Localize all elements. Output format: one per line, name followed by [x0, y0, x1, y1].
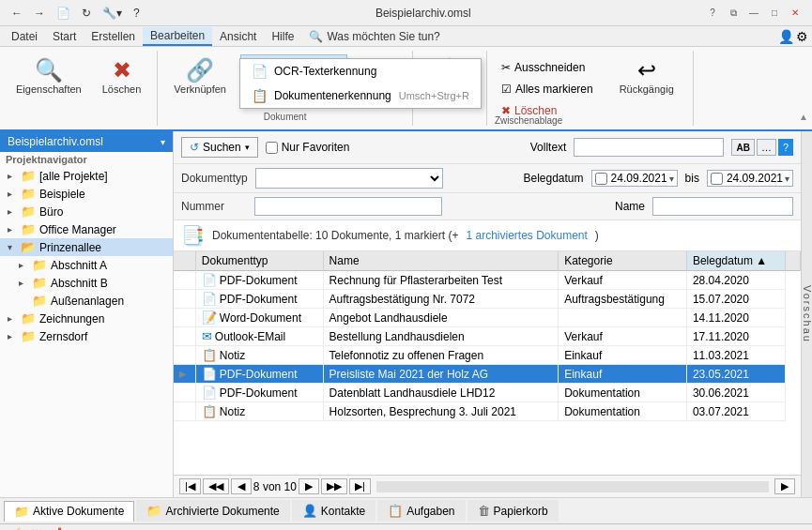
sidebar-item-abschnitt-b[interactable]: ▸ 📁 Abschnitt B: [0, 274, 173, 292]
sidebar-item-office-manager[interactable]: ▸ 📁 Office Manager: [0, 220, 173, 238]
doku-erkennung-item[interactable]: 📋 Dokumentenerkennung Umsch+Strg+R: [240, 83, 481, 108]
sidebar-item-buero[interactable]: ▸ 📁 Büro: [0, 203, 173, 220]
nummer-input[interactable]: [254, 197, 442, 216]
col-cat-header[interactable]: Kategorie: [559, 251, 687, 271]
row-kategorie: Verkauf: [559, 271, 687, 290]
date-to-checkbox[interactable]: [711, 173, 723, 185]
document-table-container: Dokumenttyp Name Kategorie Belegdatum ▲ …: [174, 251, 801, 475]
minimize-button[interactable]: —: [744, 4, 763, 23]
date-to-field[interactable]: 24.09.2021 ▾: [707, 170, 793, 187]
eigenschaften-label: Eigenschaften: [16, 83, 82, 95]
maximize-button[interactable]: □: [765, 4, 784, 23]
page-back-button[interactable]: ◀: [231, 478, 252, 494]
file-button[interactable]: 📄: [53, 5, 74, 22]
loeschen-button[interactable]: ✖ Löschen: [94, 54, 150, 99]
page-fwd-button[interactable]: ▶: [299, 478, 319, 494]
preview-panel[interactable]: Vorschau: [801, 131, 812, 497]
tile-icon[interactable]: ⧉: [724, 4, 743, 23]
menu-ansicht[interactable]: Ansicht: [212, 28, 264, 45]
sidebar-buero-label: Büro: [39, 205, 63, 219]
tab-aufgaben[interactable]: 📋 Aufgaben: [377, 500, 465, 522]
table-row[interactable]: 📋Notiz Telefonnotiz zu offenen Fragen Ei…: [174, 346, 801, 365]
table-row[interactable]: ✉Outlook-EMail Bestellung Landhausdielen…: [174, 327, 801, 346]
col-date-header[interactable]: Belegdatum ▲: [686, 251, 785, 271]
back-button[interactable]: ←: [8, 5, 26, 22]
menu-start[interactable]: Start: [45, 28, 84, 45]
table-row[interactable]: 📄PDF-Dokument Datenblatt Landhausdiele L…: [174, 384, 801, 402]
tab-papierkorb[interactable]: 🗑 Papierkorb: [467, 500, 559, 522]
volltext-dots-button[interactable]: …: [757, 139, 776, 156]
expand-zern-icon: ▸: [8, 331, 19, 341]
nummer-label: Nummer: [181, 200, 247, 213]
help-icon[interactable]: ?: [703, 4, 722, 23]
eigenschaften-button[interactable]: 🔍 Eigenschaften: [8, 54, 90, 99]
type-icon: 📝: [202, 310, 217, 325]
tab-kontakte[interactable]: 👤 Kontakte: [292, 500, 375, 522]
search-bar: ↺ Suchen ▾ Nur Favoriten Volltext AB … ?: [174, 131, 801, 164]
eigenschaften-icon: 🔍: [35, 59, 63, 82]
rueckgaengig-button[interactable]: ↩ Rückgängig: [611, 54, 682, 99]
page-first-button[interactable]: |◀: [179, 478, 201, 494]
folder-zeich-icon: 📁: [21, 311, 36, 326]
forward-button[interactable]: →: [30, 5, 49, 22]
volltext-help-button[interactable]: ?: [778, 139, 793, 156]
page-prev-button[interactable]: ◀◀: [203, 478, 229, 494]
sidebar-item-abschnitt-a[interactable]: ▸ 📁 Abschnitt A: [0, 256, 173, 274]
menu-erstellen[interactable]: Erstellen: [84, 28, 143, 45]
horizontal-scrollbar[interactable]: [376, 481, 769, 492]
row-name: Auftragsbestätigung Nr. 7072: [323, 290, 559, 309]
close-button[interactable]: ✕: [786, 4, 804, 23]
folder-aa-icon: 📁: [32, 258, 47, 272]
tab-aktive[interactable]: 📁 Aktive Dokumente: [4, 501, 134, 522]
menu-datei[interactable]: Datei: [4, 28, 45, 45]
sidebar-item-aussenanlagen[interactable]: 📁 Außenanlagen: [0, 292, 173, 310]
search-button[interactable]: ↺ Suchen ▾: [181, 137, 258, 158]
settings-icon[interactable]: ⚙: [796, 29, 808, 44]
ribbon-collapse-arrow[interactable]: ▲: [799, 112, 808, 122]
volltext-input[interactable]: [574, 138, 724, 157]
dokumenttyp-select[interactable]: PDF-Dokument Word-Dokument Notiz Outlook…: [255, 168, 443, 189]
page-last-button[interactable]: ▶▶: [321, 478, 347, 494]
table-row[interactable]: 📄PDF-Dokument Rechnung für Pflasterarbei…: [174, 271, 801, 290]
ausschneiden-button[interactable]: ✂ Ausschneiden: [495, 58, 600, 77]
sidebar-item-prinzenallee[interactable]: ▾ 📂 Prinzenallee: [0, 238, 173, 256]
ribbon-group-1-buttons: 🔍 Eigenschaften ✖ Löschen: [8, 54, 149, 120]
date-from-arrow[interactable]: ▾: [669, 174, 674, 184]
sidebar-item-alle[interactable]: ▸ 📁 [alle Projekte]: [0, 167, 173, 185]
date-from-checkbox[interactable]: [595, 173, 607, 185]
menu-hilfe[interactable]: Hilfe: [264, 28, 301, 45]
table-row[interactable]: 📋Notiz Holzsorten, Besprechung 3. Juli 2…: [174, 402, 801, 421]
help-button[interactable]: ?: [130, 5, 144, 22]
col-type-header[interactable]: Dokumenttyp: [195, 251, 323, 271]
table-row[interactable]: 📄PDF-Dokument Auftragsbestätigung Nr. 70…: [174, 290, 801, 309]
row-belegdatum: 03.07.2021: [686, 402, 785, 421]
user-icon[interactable]: 👤: [778, 29, 794, 44]
sidebar-item-beispiele[interactable]: ▸ 📁 Beispiele: [0, 185, 173, 203]
scroll-right-button[interactable]: ▶: [774, 478, 795, 494]
sidebar-item-zernsdorf[interactable]: ▸ 📁 Zernsdorf: [0, 327, 173, 345]
fav-checkbox-label[interactable]: Nur Favoriten: [266, 141, 350, 154]
page-num: 8 von 10: [253, 480, 297, 493]
verknuepfen-button[interactable]: 🔗 Verknüpfen: [165, 54, 235, 99]
row-type: 📝Word-Dokument: [195, 309, 323, 327]
volltext-ab-button[interactable]: AB: [731, 139, 754, 156]
ocr-item[interactable]: 📄 OCR-Texterkennung: [240, 59, 481, 83]
date-to-arrow[interactable]: ▾: [785, 174, 789, 184]
date-from-field[interactable]: 24.09.2021 ▾: [591, 170, 678, 187]
tools-button[interactable]: 🔧▾: [99, 5, 126, 22]
fav-label: Nur Favoriten: [282, 141, 350, 154]
table-row[interactable]: 📝Word-Dokument Angebot Landhausdiele 14.…: [174, 309, 801, 327]
menu-bearbeiten[interactable]: Bearbeiten: [143, 27, 212, 46]
refresh-button[interactable]: ↻: [78, 5, 95, 22]
tab-archivierte[interactable]: 📁 Archivierte Dokumente: [136, 500, 289, 522]
archive-link[interactable]: 1 archiviertes Dokument: [466, 229, 587, 242]
fav-checkbox[interactable]: [266, 142, 278, 154]
col-name-header[interactable]: Name: [323, 251, 559, 271]
sidebar-header[interactable]: Beispielarchiv.omsl ▾: [0, 131, 173, 152]
alles-markieren-button[interactable]: ☑ Alles markieren: [495, 80, 600, 98]
sidebar-item-zeichnungen[interactable]: ▸ 📁 Zeichnungen: [0, 310, 173, 327]
name-input[interactable]: [652, 197, 793, 216]
page-end-button[interactable]: ▶|: [349, 478, 371, 494]
page-current: 8: [253, 480, 263, 493]
table-row[interactable]: ▶ 📄PDF-Dokument Preisliste Mai 2021 der …: [174, 365, 801, 384]
